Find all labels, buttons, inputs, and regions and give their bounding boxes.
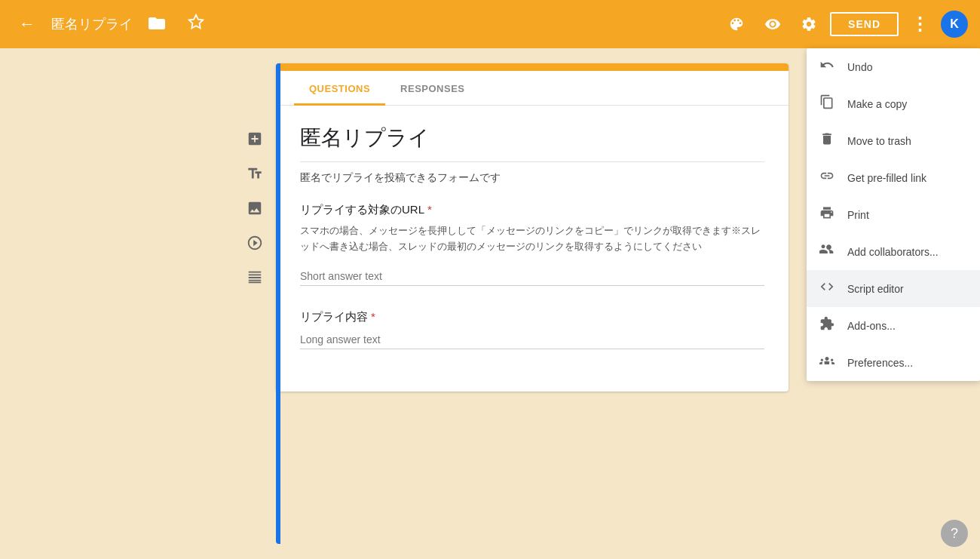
form-card: QUESTIONS RESPONSES 匿名リプライ 匿名でリプライを投稿できる… (276, 63, 789, 392)
question-label-2: リプライ内容* (300, 310, 764, 324)
menu-label-collaborators: Add collaborators... (847, 246, 939, 258)
question-block-1: リプライする対象のURL* スマホの場合、メッセージを長押しして「メッセージのリ… (300, 203, 764, 286)
question-desc-1: スマホの場合、メッセージを長押しして「メッセージのリンクをコピー」でリンクが取得… (300, 223, 764, 255)
question-label-1: リプライする対象のURL* (300, 203, 764, 217)
back-icon: ← (19, 14, 35, 34)
form-title: 匿名リプライ (300, 124, 764, 152)
menu-item-addons[interactable]: Add-ons... (807, 307, 980, 344)
menu-label-preferences: Preferences... (847, 357, 913, 369)
add-image-button[interactable] (240, 193, 270, 223)
menu-item-link[interactable]: Get pre-filled link (807, 159, 980, 196)
tab-responses[interactable]: RESPONSES (385, 71, 479, 106)
short-answer-input-1[interactable] (300, 267, 764, 286)
form-body: 匿名リプライ 匿名でリプライを投稿できるフォームです リプライする対象のURL*… (276, 106, 789, 392)
add-section-button[interactable] (240, 124, 270, 154)
add-text-button[interactable] (240, 158, 270, 189)
form-title-divider (300, 161, 764, 162)
menu-label-print: Print (847, 209, 869, 221)
link-icon (819, 168, 835, 187)
add-section-divider-button[interactable] (240, 263, 270, 293)
add-video-button[interactable] (240, 228, 270, 258)
back-button[interactable]: ← (12, 9, 42, 39)
form-card-container: QUESTIONS RESPONSES 匿名リプライ 匿名でリプライを投稿できる… (276, 63, 789, 544)
menu-label-addons: Add-ons... (847, 320, 896, 332)
star-icon (188, 14, 204, 35)
sidebar-tools (234, 63, 276, 544)
main-area: QUESTIONS RESPONSES 匿名リプライ 匿名でリプライを投稿できる… (0, 48, 980, 559)
app-header: ← 匿名リプライ SEND ⋮ K (0, 0, 980, 48)
more-button[interactable]: ⋮ (905, 9, 935, 39)
undo-icon (819, 57, 835, 76)
code-icon (819, 279, 835, 298)
tab-questions[interactable]: QUESTIONS (294, 71, 385, 106)
menu-item-trash[interactable]: Move to trash (807, 122, 980, 159)
menu-label-undo: Undo (847, 61, 872, 73)
menu-label-trash: Move to trash (847, 135, 911, 147)
context-menu: Undo Make a copy Move to trash Get pre-f… (807, 48, 980, 381)
menu-label-link: Get pre-filled link (847, 172, 926, 184)
menu-label-script-editor: Script editor (847, 283, 904, 295)
puzzle-icon (819, 316, 835, 335)
folder-icon (149, 14, 165, 34)
svg-marker-0 (189, 15, 203, 28)
menu-item-script-editor[interactable]: Script editor (807, 270, 980, 307)
more-icon: ⋮ (911, 14, 929, 35)
menu-item-preferences[interactable]: Preferences... (807, 344, 980, 381)
form-description: 匿名でリプライを投稿できるフォームです (300, 171, 764, 185)
avatar[interactable]: K (941, 11, 968, 38)
send-button[interactable]: SEND (830, 12, 899, 36)
help-button[interactable]: ? (941, 520, 968, 547)
menu-item-print[interactable]: Print (807, 196, 980, 233)
menu-item-copy[interactable]: Make a copy (807, 85, 980, 122)
app-title: 匿名リプライ (51, 15, 133, 33)
header-left: ← 匿名リプライ (12, 9, 721, 39)
question-block-2: リプライ内容* (300, 310, 764, 349)
print-icon (819, 205, 835, 224)
trash-icon (819, 131, 835, 150)
form-color-stripe (276, 63, 789, 71)
form-tabs: QUESTIONS RESPONSES (276, 71, 789, 106)
menu-item-undo[interactable]: Undo (807, 48, 980, 85)
star-button[interactable] (181, 9, 211, 39)
folder-button[interactable] (142, 9, 172, 39)
long-answer-input-1[interactable] (300, 330, 764, 349)
menu-item-collaborators[interactable]: Add collaborators... (807, 233, 980, 270)
people-icon (819, 242, 835, 261)
settings-button[interactable] (794, 9, 824, 39)
preview-button[interactable] (758, 9, 788, 39)
copy-icon (819, 94, 835, 113)
palette-button[interactable] (721, 9, 752, 39)
menu-label-copy: Make a copy (847, 98, 907, 110)
prefs-icon (819, 353, 835, 372)
header-right: SEND ⋮ K (721, 9, 968, 39)
accent-bar (276, 63, 280, 544)
